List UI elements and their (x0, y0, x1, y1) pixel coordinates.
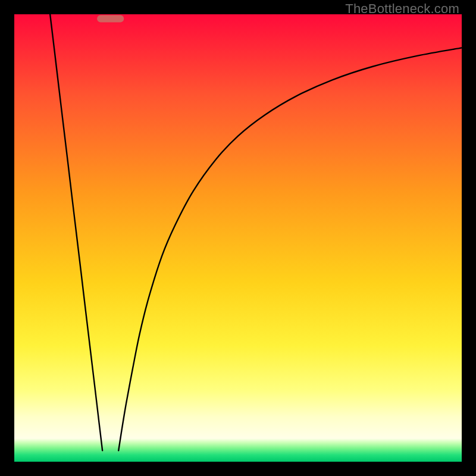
gradient-background (14, 14, 462, 462)
watermark-text: TheBottleneck.com (345, 1, 459, 17)
optimum-marker (97, 15, 124, 23)
bottleneck-chart (14, 14, 462, 462)
